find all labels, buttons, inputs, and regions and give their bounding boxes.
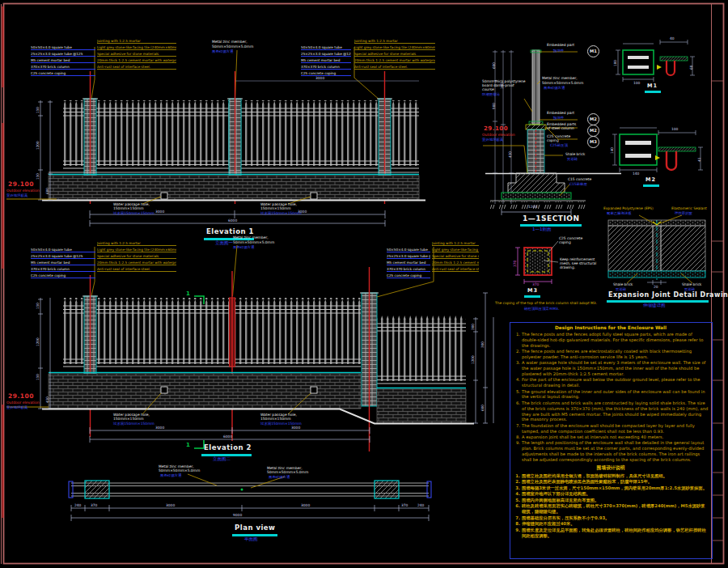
sec-coping-cn: C25砼压顶 — [550, 143, 568, 147]
m3-dim-h: 370 — [513, 261, 517, 267]
sec-dim-bottom: 1200 — [528, 205, 537, 209]
list-item: 8.伸缩缝间距不应超过40米。 — [513, 521, 709, 527]
list-item: 6.砖柱及砖墙采用页岩实心砖砌筑，砖柱尺寸370×370(mm)，砖墙厚240(… — [513, 503, 709, 515]
e2-annotation-left: 50×50×4.0 square tube25×25×3.0 square tu… — [31, 248, 95, 280]
m2-dim-uh: 45 — [697, 158, 701, 162]
list-item: 3.A water passage hole should be set at … — [513, 360, 709, 377]
list-item: 370×370 brick column — [301, 65, 351, 70]
e2-elevation-value: 29.100 — [8, 393, 34, 401]
list-item: 20mm thick 1:2.5 cement mortar with wate… — [97, 261, 176, 265]
exp-title: Expansion Joint Detail Drawing — [608, 291, 728, 299]
m2-detail-drawing — [612, 128, 703, 172]
e1-vdim: 1200 — [36, 141, 40, 150]
list-item: 50×50×4.0 square tube — [387, 248, 430, 252]
plan-callout2: 50mm×50mm×5.0mm — [159, 468, 200, 473]
list-item: 370×370 brick column — [31, 267, 95, 272]
list-item: Light grey stone-like facing tile (240mm… — [97, 45, 176, 50]
instructions-title: Design Instructions for the Enclosure Wa… — [513, 325, 709, 330]
list-item: Light grey stone-like facing tile (240mm… — [354, 45, 435, 50]
sec-vdim: 150 — [500, 83, 504, 89]
list-item: 2.围墙立柱及围栏表面静电喷涂黑色热固性聚酯粉末，防腐年限15年。 — [513, 479, 709, 485]
e2-water-hole-size2: 150mm×150mm — [260, 417, 291, 421]
plan-title-cn: 平面图 — [244, 536, 258, 541]
e2-vdim-right: 300 — [471, 324, 475, 330]
e2-title-cn: 立面图二 — [213, 456, 231, 461]
sec-elevation-cn: 室外地坪标高 — [482, 138, 503, 142]
list-item: 20mm thick 1:2.5 cement mortar with wate… — [432, 261, 479, 265]
e2-post-label: Metal zinc member, — [233, 235, 269, 239]
sec-member-size: 50mm×50mm×5.0mm — [542, 81, 583, 85]
exp-title-cn: 伸缩缝详图 — [643, 303, 666, 307]
list-item: M5 cement mortar bed — [301, 58, 351, 63]
m3-callout1b: coping — [559, 240, 571, 244]
m1-label: M1 — [647, 83, 658, 89]
sec-elevation-label: Outdoor elevation — [482, 133, 515, 137]
e1-elevation-value: 29.100 — [8, 181, 34, 189]
m1-dim-uh: 60 — [689, 66, 693, 70]
plan-callout-cn: 黑色锌钢方通 — [160, 473, 181, 477]
e2-dim-total: 6000 — [223, 434, 232, 439]
plan-dim: 370 — [91, 503, 97, 507]
e1-title-cn: 立面图一 — [215, 240, 233, 245]
e2-post-label-cn: 黑色锌钢方通 — [233, 245, 254, 249]
list-item: 50×50×4.0 square tube — [31, 45, 95, 50]
e1-vdim: 150 — [36, 173, 40, 180]
list-item: Light grey stone-like facing tile (240mm… — [97, 248, 176, 252]
list-item: Jointing with 1:2.5 mortar — [432, 241, 479, 246]
e2-section-mark-bottom: 1 — [186, 442, 190, 448]
design-instructions-panel: Design Instructions for the Enclosure Wa… — [510, 322, 713, 559]
sec-embed-cn: 预埋件 — [553, 49, 564, 53]
exp-left-callout-cn: 聚苯乙烯泡沫板 — [607, 211, 632, 215]
sec-vdim: 450 — [508, 151, 512, 158]
e1-dim-total: 6000 — [228, 218, 237, 223]
list-item: M5 cement mortar bed — [31, 261, 95, 265]
e2-vdim: 150 — [36, 374, 40, 380]
m2-label-underline — [643, 184, 659, 187]
m3-note: The coping of the top of the brick colum… — [495, 301, 597, 305]
e2-vdim-right: 600 — [480, 405, 485, 411]
m1-dim-w: 100 — [633, 81, 640, 85]
m2-dim-uw: 100 — [671, 127, 678, 131]
list-item: 25×25×3.0 square tube @125 — [31, 254, 95, 259]
instructions-list-cn: 1.围墙立柱及围栏均采用全钢方通，双面热镀锌材料制作，具体尺寸详见图纸。2.围墙… — [513, 473, 709, 539]
list-item: Jointing with 1:2.5 mortar — [97, 241, 176, 246]
e1-annotation-materials: Jointing with 1:2.5 mortarLight grey sto… — [97, 39, 176, 71]
m2-label: M2 — [645, 177, 656, 183]
e1-dim-bay1: 3000 — [155, 210, 164, 214]
expansion-joint-drawing — [608, 215, 705, 285]
sec-brick-cn: 页岩砖 — [567, 157, 578, 161]
m3-note-cn: 砖柱顶部压顶采用M3。 — [524, 307, 561, 311]
list-item: 50×50×4.0 square tube — [31, 248, 95, 252]
plan-callout-cn2: 黑色锌钢方通 — [269, 475, 290, 479]
list-item: 8.A expansion joint shall be set at inte… — [513, 434, 709, 440]
e1-dim-bay2: 3000 — [298, 210, 307, 214]
list-item: C25 concrete coping — [387, 273, 430, 278]
list-item: 25×25×3.0 square tube @125 — [31, 52, 95, 57]
plan-dim: 240 — [74, 503, 81, 507]
m1-detail-drawing — [616, 40, 695, 82]
e2-water-hole-cn: 过水洞150mm×150mm — [113, 422, 154, 426]
sec-coping-label2: coping — [547, 138, 559, 142]
e2-vdim: 1200 — [36, 337, 40, 346]
plan-dim: 370 — [401, 503, 408, 507]
e1-water-hole-cn: 过水洞150mm×150mm — [113, 211, 154, 215]
list-item: M5 cement mortar bed — [31, 58, 95, 63]
list-item: Jointing with 1:2.5 mortar — [354, 39, 435, 44]
list-item: 370×370 brick column — [31, 65, 95, 70]
sec-brick-label: Shale brick — [565, 152, 585, 156]
sec-m3-tag: M3 — [587, 136, 599, 148]
e1-post-label: Metal zinc member, — [212, 40, 248, 44]
plan-callout4: 50mm×50mm×5.0mm — [267, 470, 308, 474]
list-item: Special adhesive for stone materials — [97, 52, 176, 57]
list-item: 6.The brick columns and brick walls are … — [513, 401, 709, 422]
list-item: 370×370 brick column — [387, 267, 430, 272]
e2-annotation-materials2: Jointing with 1:2.5 mortarLight grey sto… — [432, 241, 479, 273]
exp-right-callout-cn: 弹性密封胶 — [675, 211, 692, 215]
e2-title: Elevation 2 — [204, 444, 252, 452]
list-item: 1.围墙立柱及围栏均采用全钢方通，双面热镀锌材料制作，具体尺寸详见图纸。 — [513, 473, 709, 479]
e2-vdim-right: 1200 — [471, 355, 475, 364]
e2-elevation-label: Outdoor elevation — [6, 401, 40, 405]
e1-top-dim: 3000 — [315, 76, 324, 80]
list-item: 7.The foundation of the enclosure wall s… — [513, 423, 709, 434]
list-item: 4.围墙室外地坪以下部分详见结构图。 — [513, 491, 709, 497]
